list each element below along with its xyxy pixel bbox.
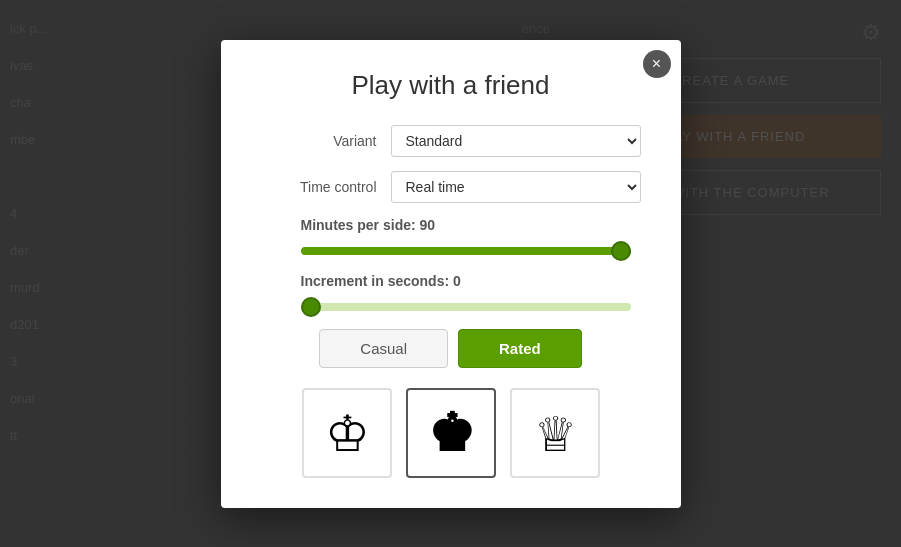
variant-row: Variant Standard Chess960 King of the Hi…: [261, 125, 641, 157]
rated-button[interactable]: Rated: [458, 329, 582, 368]
piece-selector: ♔ ♚ ♕: [261, 388, 641, 478]
variant-label: Variant: [261, 133, 391, 149]
minutes-slider-wrapper: [261, 241, 641, 259]
svg-text:♕: ♕: [533, 408, 576, 461]
time-control-select[interactable]: Real time Correspondence Unlimited: [391, 171, 641, 203]
variant-select[interactable]: Standard Chess960 King of the Hill Three…: [391, 125, 641, 157]
play-with-friend-modal: × Play with a friend Variant Standard Ch…: [221, 40, 681, 508]
game-type-toggle: Casual Rated: [261, 329, 641, 368]
piece-black-king[interactable]: ♚: [406, 388, 496, 478]
piece-outline-king[interactable]: ♕: [510, 388, 600, 478]
close-button[interactable]: ×: [643, 50, 671, 78]
minutes-slider[interactable]: [301, 247, 631, 255]
svg-text:♚: ♚: [427, 404, 474, 462]
increment-slider-wrapper: [261, 297, 641, 315]
outline-king-icon: ♕: [525, 403, 585, 463]
time-control-row: Time control Real time Correspondence Un…: [261, 171, 641, 203]
piece-white-king[interactable]: ♔: [302, 388, 392, 478]
minutes-label: Minutes per side: 90: [261, 217, 641, 233]
increment-label: Increment in seconds: 0: [261, 273, 641, 289]
casual-button[interactable]: Casual: [319, 329, 448, 368]
minutes-section: Minutes per side: 90: [261, 217, 641, 259]
modal-backdrop: × Play with a friend Variant Standard Ch…: [0, 0, 901, 547]
increment-value: 0: [453, 273, 461, 289]
increment-section: Increment in seconds: 0: [261, 273, 641, 315]
black-king-icon: ♚: [421, 403, 481, 463]
white-king-icon: ♔: [317, 403, 377, 463]
svg-text:♔: ♔: [324, 406, 369, 462]
increment-slider[interactable]: [301, 303, 631, 311]
minutes-value: 90: [420, 217, 436, 233]
time-control-label: Time control: [261, 179, 391, 195]
modal-title: Play with a friend: [261, 70, 641, 101]
